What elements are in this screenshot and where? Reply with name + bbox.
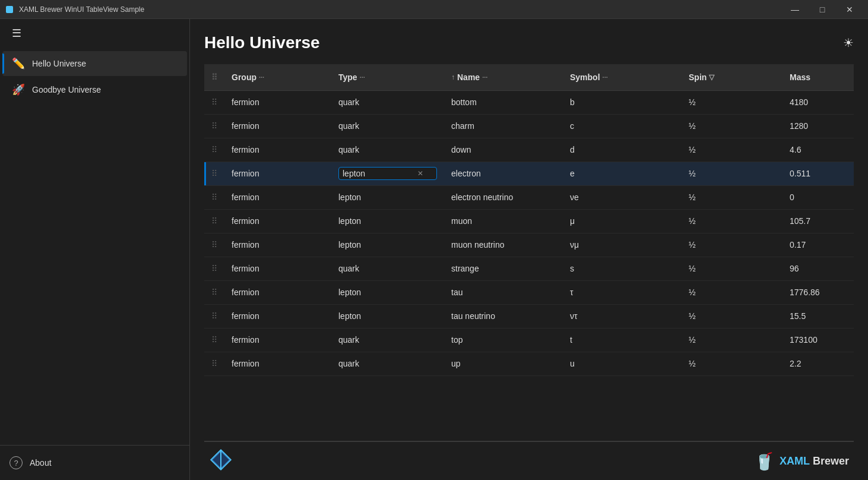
hamburger-button[interactable]: ☰: [9, 24, 24, 42]
col-header-symbol[interactable]: Symbol ···: [563, 64, 682, 90]
col-label-symbol: Symbol: [570, 72, 600, 82]
cell-name: electron neutrino: [444, 185, 563, 209]
cell-group: fermion: [224, 138, 331, 162]
cell-name: muon: [444, 209, 563, 233]
sidebar-item-hello-universe[interactable]: ✏️ Hello Universe: [2, 51, 187, 76]
cell-type: lepton: [331, 233, 444, 257]
table-row: ⠿fermionleptontau neutrinoντ½15.5: [204, 304, 854, 328]
drag-icon: ⠿: [211, 216, 217, 226]
minimize-button[interactable]: —: [781, 0, 809, 19]
cell-group: fermion: [224, 162, 331, 185]
cell-mass: 4.6: [783, 138, 854, 162]
col-header-type[interactable]: Type ···: [331, 64, 444, 90]
col-more-name[interactable]: ···: [482, 74, 487, 81]
sidebar-item-goodbye-universe[interactable]: 🚀 Goodbye Universe: [2, 77, 187, 102]
title-bar-left: XAML Brewer WinUI TableView Sample: [5, 5, 144, 14]
bottom-bar: 🥤 XAML Brewer: [204, 442, 854, 480]
xaml-brewer-logo: [209, 448, 233, 474]
drag-icon: ⠿: [211, 264, 217, 273]
table-row: ⠿fermionleptontauτ½1776.86: [204, 280, 854, 304]
row-drag-handle[interactable]: ⠿: [204, 352, 224, 375]
cell-mass: 96: [783, 257, 854, 280]
cell-spin: ½: [682, 114, 783, 138]
cell-spin: ½: [682, 185, 783, 209]
cell-symbol: s: [563, 257, 682, 280]
app-icon: [5, 5, 14, 14]
row-drag-handle[interactable]: ⠿: [204, 233, 224, 257]
hello-universe-icon: ✏️: [12, 57, 25, 70]
col-header-mass[interactable]: Mass: [783, 64, 854, 90]
drag-icon: ⠿: [211, 97, 217, 107]
row-drag-handle[interactable]: ⠿: [204, 162, 224, 185]
row-drag-handle[interactable]: ⠿: [204, 304, 224, 328]
col-more-group[interactable]: ···: [259, 74, 264, 81]
row-drag-handle[interactable]: ⠿: [204, 114, 224, 138]
col-header-group[interactable]: Group ···: [224, 64, 331, 90]
hamburger-icon: ☰: [12, 27, 21, 39]
col-header-name[interactable]: ↑ Name ···: [444, 64, 563, 90]
cell-mass: 0.511: [783, 162, 854, 185]
cell-name: up: [444, 352, 563, 375]
col-header-spin[interactable]: Spin ▽: [682, 64, 783, 90]
theme-toggle-button[interactable]: ☀: [843, 36, 854, 50]
close-button[interactable]: ✕: [836, 0, 863, 19]
drag-icon: ⠿: [211, 145, 217, 154]
cell-spin: ½: [682, 162, 783, 185]
drag-handle-icon: ⠿: [211, 72, 217, 82]
cell-name: tau neutrino: [444, 304, 563, 328]
cell-type: quark: [331, 138, 444, 162]
about-item[interactable]: ? About: [0, 450, 189, 475]
table-row: ⠿fermionleptonmuonμ½105.7: [204, 209, 854, 233]
sidebar-footer: ? About: [0, 445, 189, 480]
cell-group: fermion: [224, 328, 331, 352]
cell-mass: 4180: [783, 90, 854, 114]
col-more-type[interactable]: ···: [360, 74, 365, 81]
table-row: ⠿fermionleptonelectron neutrinoνe½0: [204, 185, 854, 209]
row-drag-handle[interactable]: ⠿: [204, 209, 224, 233]
drag-icon: ⠿: [211, 288, 217, 297]
table-container[interactable]: ⠿ Group ··· Type ···: [204, 64, 854, 436]
title-bar: XAML Brewer WinUI TableView Sample — □ ✕: [0, 0, 868, 19]
table-row: ⠿fermionquarkupu½2.2: [204, 352, 854, 375]
inline-clear-button[interactable]: ✕: [416, 169, 425, 178]
col-label-group: Group: [232, 72, 256, 82]
cell-name: muon neutrino: [444, 233, 563, 257]
cell-mass: 1280: [783, 114, 854, 138]
xaml-brewer-text: 🥤 XAML Brewer: [754, 451, 849, 471]
inline-type-input[interactable]: [343, 169, 414, 178]
table-row: ⠿fermionquarkbottomb½4180: [204, 90, 854, 114]
cell-spin: ½: [682, 138, 783, 162]
drag-icon: ⠿: [211, 359, 217, 368]
cell-spin: ½: [682, 304, 783, 328]
cell-mass: 15.5: [783, 304, 854, 328]
row-drag-handle[interactable]: ⠿: [204, 328, 224, 352]
cell-type: lepton: [331, 304, 444, 328]
row-drag-handle[interactable]: ⠿: [204, 185, 224, 209]
cell-name: top: [444, 328, 563, 352]
cell-spin: ½: [682, 352, 783, 375]
cell-type[interactable]: ✕: [331, 162, 444, 185]
maximize-button[interactable]: □: [809, 0, 836, 19]
row-drag-handle[interactable]: ⠿: [204, 280, 224, 304]
cell-group: fermion: [224, 280, 331, 304]
cell-spin: ½: [682, 209, 783, 233]
sidebar-header: ☰: [0, 19, 189, 48]
data-table: ⠿ Group ··· Type ···: [204, 64, 854, 376]
cell-name: charm: [444, 114, 563, 138]
cell-type: lepton: [331, 185, 444, 209]
main-header-row: Hello Universe ☀: [204, 33, 854, 52]
filter-icon[interactable]: ▽: [709, 73, 714, 81]
drag-icon: ⠿: [211, 192, 217, 202]
table-body: ⠿fermionquarkbottomb½4180⠿fermionquarkch…: [204, 90, 854, 375]
col-more-symbol[interactable]: ···: [603, 74, 608, 81]
page-title: Hello Universe: [204, 33, 320, 52]
row-drag-handle[interactable]: ⠿: [204, 90, 224, 114]
cup-icon: 🥤: [754, 451, 775, 471]
table-row: ⠿fermion✕electrone½0.511: [204, 162, 854, 185]
table-row: ⠿fermionquarkcharmc½1280: [204, 114, 854, 138]
row-drag-handle[interactable]: ⠿: [204, 257, 224, 280]
cell-type: quark: [331, 328, 444, 352]
row-drag-handle[interactable]: ⠿: [204, 138, 224, 162]
goodbye-universe-icon: 🚀: [12, 83, 25, 96]
cell-mass: 1776.86: [783, 280, 854, 304]
